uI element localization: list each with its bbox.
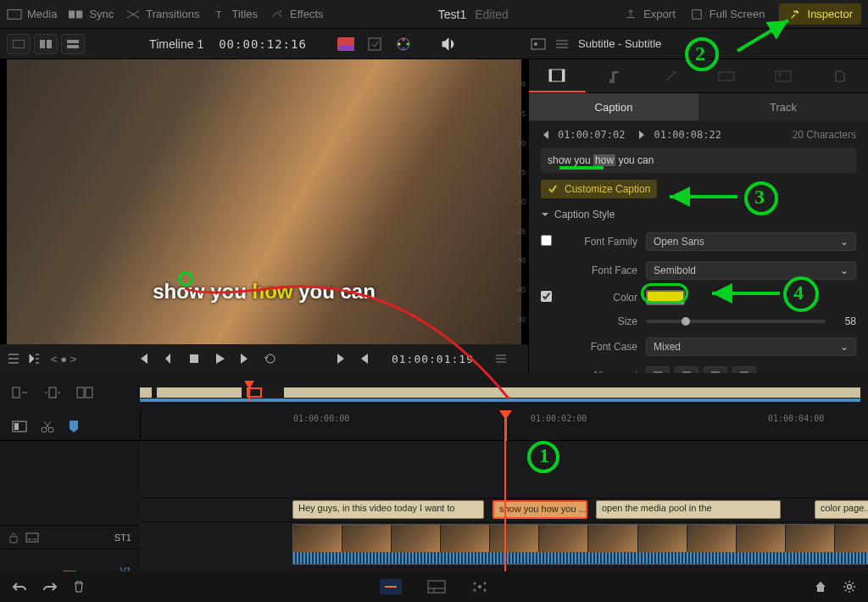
size-slider[interactable]	[646, 320, 826, 323]
caption-text-input[interactable]: show you how you can	[541, 148, 856, 173]
caption-input-selected: how	[593, 154, 615, 166]
audio-level-label: -30	[505, 256, 529, 265]
sync-tab[interactable]: Sync	[69, 8, 114, 20]
svg-rect-8	[47, 40, 52, 48]
prop-font-face: Font Face Semibold⌄	[541, 259, 856, 281]
volume-icon[interactable]	[441, 36, 458, 53]
gear-icon[interactable]	[843, 580, 856, 594]
audio-level-label: -5	[505, 109, 529, 118]
redo-icon[interactable]	[42, 581, 58, 593]
play-icon[interactable]	[213, 352, 226, 365]
inspector-tab-image[interactable]	[755, 59, 812, 92]
inspector-button[interactable]: Inspector	[779, 3, 861, 25]
inspector-tab-effects[interactable]	[642, 59, 698, 92]
inspector-tab-file[interactable]	[811, 59, 868, 92]
inspector-tab-transition[interactable]	[698, 59, 755, 92]
timeline-overview[interactable]	[140, 384, 868, 401]
subtitle-clip-selected[interactable]: show you how you ...	[492, 500, 587, 519]
timeline-timecode[interactable]: 00:00:12:16	[219, 37, 307, 51]
prop-font-family: Font Family Open Sans⌄	[541, 231, 856, 253]
video-frame: show you how you can	[7, 59, 521, 344]
color-wheel-icon[interactable]	[395, 36, 412, 53]
export-label: Export	[643, 8, 676, 20]
list-icon[interactable]	[554, 38, 570, 50]
selection-tool[interactable]	[12, 421, 27, 432]
timeline-playhead[interactable]	[504, 412, 506, 575]
subtitle-track-icon[interactable]	[25, 532, 39, 543]
track-head-st1[interactable]: ST1	[0, 526, 140, 549]
undo-icon[interactable]	[12, 581, 27, 593]
caption-style-section[interactable]: Caption Style	[541, 205, 856, 224]
font-family-select[interactable]: Open Sans⌄	[646, 232, 856, 251]
view-mode-3[interactable]	[61, 34, 85, 54]
font-case-label: Font Case	[561, 341, 637, 353]
subtab-track[interactable]: Track	[698, 93, 868, 120]
marker-tool[interactable]	[68, 420, 80, 433]
prev-clip-icon[interactable]	[358, 352, 371, 365]
effects-tab[interactable]: Effects	[270, 8, 324, 20]
caption-tc-out[interactable]: 01:00:08:22	[654, 129, 721, 141]
inspector-tab-video[interactable]	[529, 59, 586, 92]
timeline-name-label[interactable]: Timeline 1	[149, 37, 203, 51]
fullscreen-button[interactable]: Full Screen	[689, 8, 765, 20]
font-face-select[interactable]: Semibold⌄	[646, 261, 856, 280]
align-center-button[interactable]	[675, 366, 698, 373]
customize-caption-toggle[interactable]: Customize Caption	[541, 180, 657, 198]
hamburger-icon[interactable]	[494, 352, 508, 365]
svg-text:T: T	[216, 9, 222, 20]
trash-icon[interactable]	[73, 580, 85, 594]
caption-tc-in[interactable]: 01:00:07:02	[558, 129, 625, 141]
proxy-toggle[interactable]	[337, 36, 354, 53]
font-family-checkbox[interactable]	[541, 235, 552, 246]
subtitle-clip[interactable]: color page...	[815, 500, 868, 519]
step-back-icon[interactable]	[162, 352, 175, 365]
page-cut-icon[interactable]	[380, 579, 402, 594]
transport-option-icon[interactable]	[7, 352, 20, 365]
prev-caption-icon[interactable]	[541, 130, 551, 140]
blade-tool[interactable]	[41, 420, 54, 433]
titles-tab[interactable]: TTitles	[211, 8, 258, 20]
lock-icon[interactable]	[8, 532, 19, 543]
size-value[interactable]: 58	[831, 315, 856, 327]
transitions-icon	[125, 8, 141, 20]
page-edit-icon[interactable]	[427, 579, 446, 594]
transport-play-list-icon[interactable]	[27, 352, 41, 365]
transitions-tab[interactable]: Transitions	[125, 8, 199, 20]
inspector-panel: Caption Track 01:00:07:02 01:00:08:22 20…	[529, 59, 868, 373]
next-clip-icon[interactable]	[334, 352, 348, 365]
inspector-tab-audio[interactable]	[586, 59, 643, 92]
export-button[interactable]: Export	[623, 8, 676, 20]
go-end-icon[interactable]	[238, 352, 252, 365]
video-viewport[interactable]: show you how you can	[7, 59, 521, 344]
view-mode-2[interactable]	[34, 34, 58, 54]
media-tab[interactable]: Media	[7, 8, 57, 20]
subtitle-clip[interactable]: open the media pool in the	[596, 500, 781, 519]
effects-label: Effects	[290, 8, 324, 20]
transport-timecode[interactable]: 01:00:01:19	[392, 353, 474, 365]
ruler-label: 01:00:00:00	[293, 414, 349, 423]
stop-icon[interactable]	[187, 352, 201, 365]
align-justify-button[interactable]	[732, 366, 756, 373]
go-start-icon[interactable]	[136, 352, 150, 365]
home-icon[interactable]	[814, 580, 827, 594]
align-right-button[interactable]	[704, 366, 727, 373]
svg-rect-2	[76, 10, 82, 18]
page-fusion-icon[interactable]	[471, 579, 488, 594]
loop-icon[interactable]	[264, 352, 277, 365]
view-mode-1[interactable]	[7, 34, 31, 54]
next-caption-icon[interactable]	[637, 130, 647, 140]
sync-label: Sync	[89, 8, 114, 20]
subtab-caption[interactable]: Caption	[529, 93, 698, 120]
clip-icon[interactable]	[531, 38, 546, 50]
video-clip[interactable]	[292, 524, 868, 565]
safe-area-icon[interactable]	[366, 36, 383, 53]
align-left-button[interactable]	[646, 366, 670, 373]
tl-tool-3[interactable]	[76, 387, 93, 399]
font-case-select[interactable]: Mixed⌄	[646, 337, 856, 356]
tl-tool-1[interactable]	[12, 387, 29, 399]
color-swatch[interactable]	[646, 290, 685, 305]
tl-tool-2[interactable]	[44, 387, 61, 399]
project-title: Test1 Edited	[324, 8, 624, 21]
subtitle-clip[interactable]: Hey guys, in this video today I want to	[292, 500, 484, 519]
color-checkbox[interactable]	[541, 291, 552, 302]
